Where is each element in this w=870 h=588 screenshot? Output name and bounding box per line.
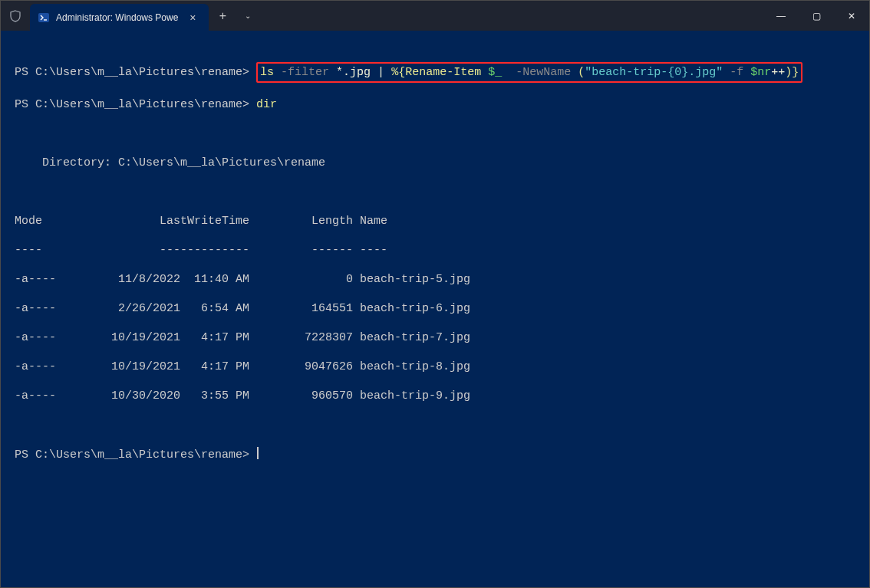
terminal-line: PS C:\Users\m__la\Pictures\rename> ls -f… (15, 62, 855, 83)
cmd-seg: "beach-trip-{0}.jpg" (585, 66, 723, 79)
cmd-seg: ( (578, 66, 585, 79)
new-tab-button[interactable]: + (209, 1, 236, 31)
cursor (257, 447, 259, 459)
cmd-text: dir (256, 98, 277, 111)
table-row: -a---- 10/30/2020 3:55 PM 960570 beach-t… (15, 389, 855, 403)
close-tab-button[interactable]: × (184, 4, 201, 31)
table-header: Mode LastWriteTime Length Name (15, 214, 855, 228)
powershell-icon (38, 11, 50, 24)
terminal-line: PS C:\Users\m__la\Pictures\rename> dir (15, 97, 855, 112)
prompt: PS C:\Users\m__la\Pictures\rename> (15, 98, 256, 111)
cmd-seg: $nr (750, 66, 771, 79)
cmd-seg: -NewName (509, 66, 578, 79)
terminal-pane[interactable]: PS C:\Users\m__la\Pictures\rename> ls -f… (1, 31, 869, 587)
maximize-button[interactable]: ▢ (799, 1, 834, 31)
active-tab[interactable]: Administrator: Windows Powe × (30, 4, 209, 31)
table-row: -a---- 10/19/2021 4:17 PM 9047626 beach-… (15, 360, 855, 374)
table-row: -a---- 2/26/2021 6:54 AM 164551 beach-tr… (15, 301, 855, 316)
tab-dropdown-button[interactable]: ⌄ (236, 1, 259, 31)
titlebar-drag-region[interactable] (259, 1, 763, 31)
svg-rect-0 (38, 13, 49, 22)
close-window-button[interactable]: ✕ (834, 1, 869, 31)
minimize-button[interactable]: — (763, 1, 799, 31)
cmd-seg: ls (260, 66, 281, 79)
cmd-seg: *.jpg (336, 66, 377, 79)
cmd-seg: $_ (488, 66, 509, 79)
cmd-seg: ++ (771, 66, 785, 79)
terminal-window: Administrator: Windows Powe × + ⌄ — ▢ ✕ … (0, 0, 870, 588)
cmd-seg: } (792, 66, 799, 79)
titlebar[interactable]: Administrator: Windows Powe × + ⌄ — ▢ ✕ (1, 1, 869, 31)
tab-title: Administrator: Windows Powe (56, 12, 178, 23)
table-row: -a---- 11/8/2022 11:40 AM 0 beach-trip-5… (15, 272, 855, 287)
terminal-line: PS C:\Users\m__la\Pictures\rename> (15, 447, 855, 462)
table-rule: ---- ------------- ------ ---- (15, 243, 855, 258)
cmd-seg: -f (723, 66, 750, 79)
directory-header: Directory: C:\Users\m__la\Pictures\renam… (15, 156, 855, 170)
highlight-box: ls -filter *.jpg | %{Rename-Item $_ -New… (256, 62, 802, 83)
cmd-seg: ) (785, 66, 792, 79)
prompt: PS C:\Users\m__la\Pictures\rename> (15, 448, 256, 462)
cmd-seg: -filter (281, 66, 336, 79)
table-row: -a---- 10/19/2021 4:17 PM 7228307 beach-… (15, 330, 855, 345)
cmd-seg: Rename-Item (405, 66, 488, 79)
cmd-seg: | (377, 66, 391, 79)
cmd-seg: %{ (391, 66, 405, 79)
prompt: PS C:\Users\m__la\Pictures\rename> (15, 66, 256, 79)
shield-icon (1, 1, 30, 31)
